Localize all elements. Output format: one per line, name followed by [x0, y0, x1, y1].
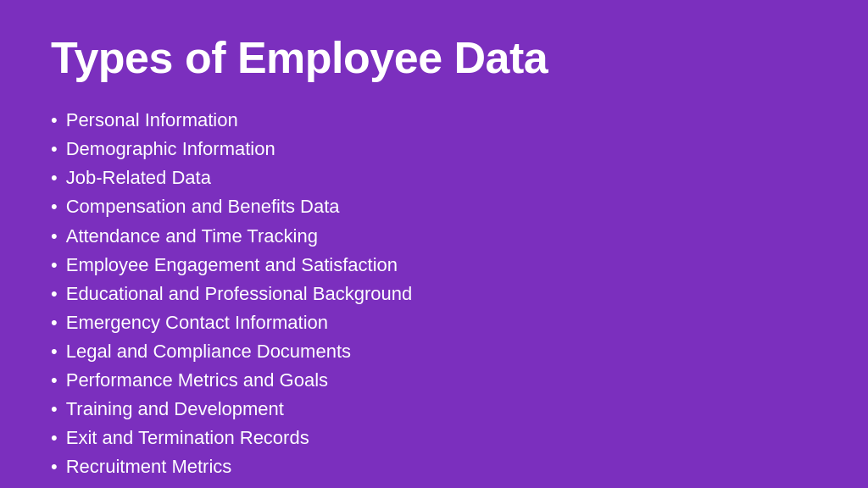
slide-title: Types of Employee Data: [51, 34, 817, 82]
bullet-list: Personal InformationDemographic Informat…: [51, 106, 817, 481]
list-item: Training and Development: [51, 395, 817, 424]
list-item: Employee Engagement and Satisfaction: [51, 251, 817, 280]
list-item: Exit and Termination Records: [51, 424, 817, 452]
list-item: Recruitment Metrics: [51, 452, 817, 481]
slide-container: Types of Employee Data Personal Informat…: [0, 0, 868, 488]
list-item: Personal Information: [51, 106, 817, 135]
list-item: Job-Related Data: [51, 164, 817, 192]
list-item: Performance Metrics and Goals: [51, 366, 817, 395]
list-item: Compensation and Benefits Data: [51, 192, 817, 221]
list-item: Attendance and Time Tracking: [51, 222, 817, 251]
list-item: Educational and Professional Background: [51, 280, 817, 308]
list-item: Demographic Information: [51, 135, 817, 164]
list-item: Emergency Contact Information: [51, 308, 817, 337]
list-item: Legal and Compliance Documents: [51, 337, 817, 366]
